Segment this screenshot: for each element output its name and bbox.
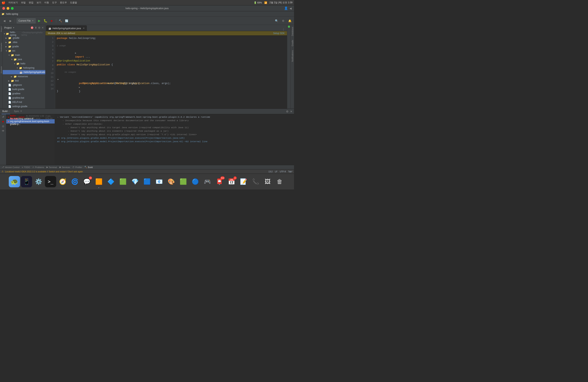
tree-item-gradle-folder[interactable]: ▶ 📁 .gradle (3, 36, 45, 40)
locate-icon[interactable]: 🎯 (31, 26, 34, 29)
menu-view[interactable]: 보기 (37, 1, 41, 4)
dock-notion[interactable]: 🟦 (141, 176, 153, 187)
menu-navigate[interactable]: 이동 (44, 1, 49, 4)
terminal-tab[interactable]: ▶ Terminal (46, 166, 57, 169)
tree-item-root[interactable]: ▼ 📁 hello-spring ~/Desktop/spring/hello-… (3, 32, 45, 36)
stop-button[interactable]: ■ (49, 18, 54, 23)
run-button[interactable]: ▶ (37, 18, 42, 23)
tree-options-icon[interactable]: ⚙ (38, 26, 41, 29)
dock-jetbrains-toolbox[interactable]: 🟧 (93, 176, 105, 187)
tree-item-gitignore[interactable]: 📄 .gitignore (3, 83, 45, 87)
dock-mail2[interactable]: 📮 819 (214, 176, 225, 187)
profiler-tab[interactable]: ⏱ Profiler (72, 166, 82, 169)
more-tabs-icon[interactable]: ⋮ (282, 28, 285, 31)
database-panel-tab[interactable]: Database (291, 25, 294, 38)
tree-item-help-md[interactable]: 📄 HELP.md (3, 100, 45, 104)
tree-item-hellospring-folder[interactable]: ▼ 📁 hellospring (3, 66, 45, 70)
tree-item-resources-folder[interactable]: ▶ 📁 resources (3, 74, 45, 79)
build-button[interactable]: 🔨 (58, 18, 63, 23)
close-bottom-icon[interactable]: ✕ (290, 110, 293, 113)
dock-chrome[interactable]: 🌀 (69, 176, 80, 187)
sync-tab-close[interactable]: ✕ (20, 110, 22, 112)
sync-tab[interactable]: Sync ✕ (13, 109, 23, 114)
settings-bottom-icon[interactable]: ⚙ (286, 110, 289, 113)
dock-word[interactable]: 🔵 (189, 176, 201, 187)
services-tab[interactable]: ◉ Services (59, 166, 70, 169)
menu-window[interactable]: 윈도우 (60, 1, 67, 4)
dock-facetime[interactable]: 📞 (250, 176, 261, 187)
tab-close-button[interactable]: ✕ (83, 27, 84, 30)
dock-sysprefs[interactable]: ⚙️ (33, 176, 44, 187)
dock-discord[interactable]: 🎮 (202, 176, 213, 187)
version-control-tab[interactable]: ⎇ Version Control (1, 166, 20, 169)
build-output[interactable]: - Variant 'sourcesElements' capability o… (55, 114, 294, 165)
close-panel-icon[interactable]: ✕ (42, 26, 44, 29)
dock-mail[interactable]: 📧 (153, 176, 165, 187)
tree-item-hello-folder[interactable]: ▼ 📁 hello (3, 62, 45, 66)
dock-xcode[interactable]: 💎 (129, 176, 141, 187)
dock-vscode[interactable]: 🔷 (105, 176, 116, 187)
tree-item-gradlew-bat[interactable]: 📄 gradlew.bat (3, 96, 45, 100)
tree-item-main-folder[interactable]: ▼ 📁 main (3, 53, 45, 57)
notifications-button[interactable]: 🔔 (287, 18, 293, 23)
tree-item-java-folder[interactable]: ▼ 📁 java (3, 57, 45, 62)
user-icon[interactable]: 👤 (284, 6, 288, 10)
bookmarks-tab-label[interactable]: Bookmarks (0, 41, 2, 53)
notifications-panel-tab[interactable]: Notifications (291, 48, 294, 64)
build-bottom-tab[interactable]: 🔨 Build (84, 166, 93, 169)
back-icon[interactable]: ◀ (290, 7, 292, 10)
dock-terminal[interactable]: >_ (45, 176, 56, 187)
dock-safari[interactable]: 🧭 (57, 176, 68, 187)
status-warning-text[interactable]: Localized IntelliJ IDEA 2022.3.2 is avai… (5, 170, 83, 173)
dock-keynote[interactable]: 🎨 (166, 176, 177, 187)
stop-build-icon[interactable]: ■ (2, 120, 4, 124)
settings-button[interactable]: ⚙ (280, 18, 286, 23)
run-config-selector[interactable]: Current File ▼ (17, 18, 36, 23)
gradle-panel-tab[interactable]: Gradle (291, 38, 294, 48)
tree-item-test-folder[interactable]: ▶ 📁 test (3, 79, 45, 83)
menu-file[interactable]: 파일 (21, 1, 26, 4)
tree-item-gradlew[interactable]: 📄 gradlew (3, 91, 45, 96)
dock-calendar[interactable]: 📅 2 (226, 176, 237, 187)
editor-tab-main[interactable]: ☕ HelloSpringApplication.java ✕ (46, 25, 87, 31)
menu-preview[interactable]: 미리보기 (9, 1, 18, 4)
tree-item-src-folder[interactable]: ▼ 📁 src (3, 49, 45, 53)
menu-edit[interactable]: 편집 (29, 1, 33, 4)
close-button[interactable] (2, 7, 5, 10)
build-error-item[interactable]: ● No matching variant of org.springframe… (6, 119, 55, 124)
minimize-button[interactable] (7, 7, 9, 10)
tree-item-settings-gradle[interactable]: 📄 settings.gradle (3, 104, 45, 108)
dock-notes[interactable]: 📝 (238, 176, 249, 187)
dock-excel[interactable]: 🟩 (178, 176, 189, 187)
todo-tab[interactable]: ≡ TODO (22, 166, 30, 169)
setup-sdk-link[interactable]: Setup SDK (273, 32, 285, 35)
dock-photos[interactable]: 🖼 (262, 176, 273, 187)
structure-tab-label[interactable]: Structure (0, 65, 2, 75)
debug-button[interactable]: 🐛 (43, 18, 48, 23)
project-tab-label[interactable]: Project (0, 25, 2, 33)
dock-finder[interactable]: 🐢 (9, 176, 20, 187)
navigate-back-button[interactable]: ◀ (1, 18, 7, 23)
tree-item-gradle2-folder[interactable]: ▶ 📁 gradle (3, 44, 45, 49)
build-tab[interactable]: Build | (1, 109, 10, 114)
dock-unknown1[interactable]: 🟩 (117, 176, 128, 187)
expand-icon[interactable]: 👁 (1, 129, 5, 133)
tree-item-build-gradle[interactable]: 📄 build.gradle (3, 87, 45, 91)
collapse-all-icon[interactable]: ⬆ (35, 26, 37, 29)
problems-tab[interactable]: ⚠ Problems (32, 166, 44, 169)
maximize-button[interactable] (11, 7, 14, 10)
dock-appstore[interactable]: 📱 (21, 176, 32, 187)
search-everywhere-button[interactable]: 🔍 (274, 18, 279, 23)
dock-trash[interactable]: 🗑 (274, 176, 285, 187)
tree-item-main-java[interactable]: ☕ HelloSpringApplication.java (3, 70, 45, 74)
apple-menu[interactable]: 🍎 (1, 1, 5, 4)
tree-item-idea-folder[interactable]: ▶ 📁 .idea (3, 40, 45, 44)
filter-icon[interactable]: ⊙ (1, 124, 5, 128)
rerun-icon[interactable]: ↺ (1, 115, 5, 119)
dock-kakaotalk[interactable]: 💬 33 (81, 176, 92, 187)
navigate-forward-button[interactable]: ▶ (8, 18, 13, 23)
menu-tools[interactable]: 도구 (52, 1, 57, 4)
sync-button[interactable]: 🔄 (64, 18, 69, 23)
code-content[interactable]: package hello.hellospring; 1 usage ▶ imp… (55, 36, 287, 108)
menu-help[interactable]: 도움말 (70, 1, 77, 4)
